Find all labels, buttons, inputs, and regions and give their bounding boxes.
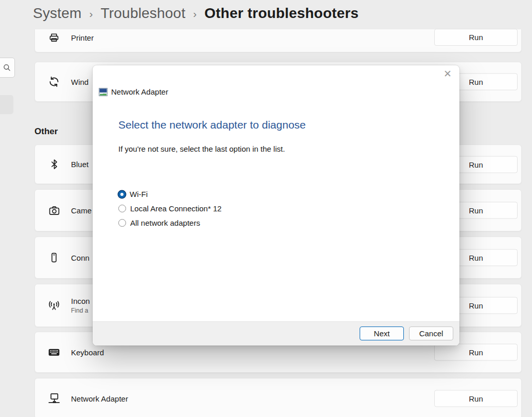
device-icon <box>47 250 61 265</box>
dialog-footer: Next Cancel <box>93 321 459 346</box>
bluetooth-icon <box>47 157 61 172</box>
row-label: Keyboard <box>71 348 429 357</box>
close-icon[interactable]: ✕ <box>441 68 454 80</box>
breadcrumb-troubleshoot[interactable]: Troubleshoot <box>101 5 186 22</box>
section-heading-other: Other <box>34 126 58 137</box>
radio-unselected-icon[interactable] <box>118 205 126 212</box>
network-icon <box>47 391 61 406</box>
radio-unselected-icon[interactable] <box>118 219 126 227</box>
radio-option-local-area-connection[interactable]: Local Area Connection* 12 <box>118 204 222 213</box>
sidebar-search-box[interactable] <box>0 58 15 78</box>
row-label: Printer <box>71 33 429 42</box>
keyboard-icon <box>47 345 61 359</box>
radio-option-wifi[interactable]: Wi-Fi <box>118 190 222 198</box>
run-button-printer[interactable]: Run <box>434 29 518 46</box>
breadcrumb-system[interactable]: System <box>33 5 82 22</box>
chevron-right-icon: › <box>90 7 93 20</box>
search-icon <box>3 63 11 72</box>
cancel-button[interactable]: Cancel <box>409 327 453 340</box>
row-label: Network Adapter <box>71 394 429 403</box>
dialog-heading: Select the network adapter to diagnose <box>118 119 306 131</box>
sidebar-selected-item[interactable] <box>0 95 13 114</box>
troubleshooter-row-network-adapter: Network Adapter Run <box>34 378 522 417</box>
dialog-titlebar: Network Adapter <box>99 87 168 96</box>
chevron-right-icon: › <box>193 7 197 20</box>
breadcrumb: System › Troubleshoot › Other troublesho… <box>33 5 359 22</box>
adapter-radio-group: Wi-Fi Local Area Connection* 12 All netw… <box>118 190 222 227</box>
breadcrumb-other-troubleshooters: Other troubleshooters <box>204 5 359 22</box>
settings-window: System › Troubleshoot › Other troublesho… <box>0 0 532 417</box>
radio-selected-icon[interactable] <box>118 191 126 198</box>
network-adapter-dialog: ✕ Network Adapter Select the network ada… <box>93 65 459 346</box>
troubleshooter-wizard-icon <box>99 88 108 96</box>
printer-icon <box>47 30 61 45</box>
run-button-network-adapter[interactable]: Run <box>434 390 518 407</box>
troubleshooter-row-printer: Printer Run <box>34 29 522 52</box>
next-button[interactable]: Next <box>360 327 404 340</box>
dialog-title: Network Adapter <box>111 87 168 96</box>
radio-option-all-network-adapters[interactable]: All network adapters <box>118 219 222 227</box>
dialog-instruction: If you're not sure, select the last opti… <box>118 144 285 153</box>
camera-icon <box>47 203 61 217</box>
run-button-keyboard[interactable]: Run <box>434 344 518 361</box>
antenna-icon <box>47 298 61 313</box>
sync-icon <box>47 75 61 89</box>
